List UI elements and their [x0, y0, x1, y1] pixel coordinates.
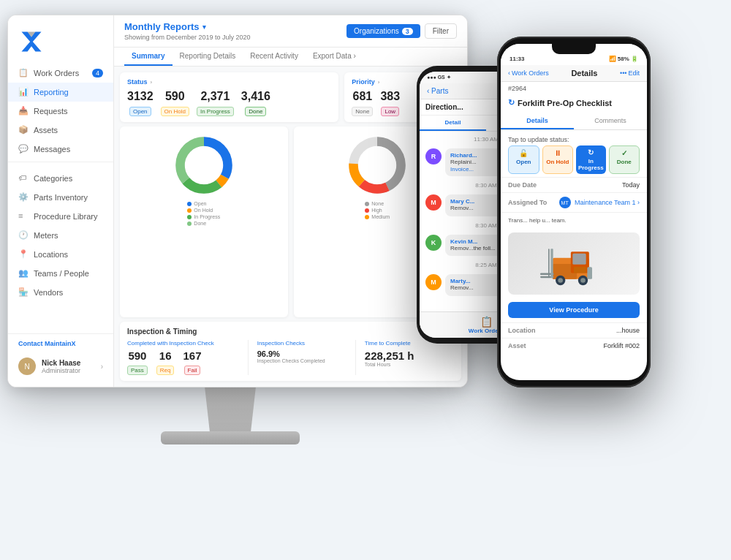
sidebar-item-parts-inventory[interactable]: ⚙️ Parts Inventory	[8, 188, 113, 207]
stat-hold-label: On Hold	[161, 107, 189, 116]
stat-done-value: 3,416	[241, 90, 270, 103]
sidebar-item-teams-people[interactable]: 👥 Teams / People	[8, 264, 113, 283]
nav-label: Assets	[34, 126, 58, 135]
inbox-icon: 📥	[18, 106, 29, 116]
stat-none: 681 None	[352, 90, 373, 116]
phone2-header: ‹ Work Orders Details ••• Edit	[501, 65, 647, 82]
sidebar-item-messages[interactable]: 💬 Messages	[8, 140, 113, 159]
location-label: Location	[508, 327, 536, 334]
avatar-mary: M	[425, 194, 442, 211]
phone2-time: 11:33	[510, 56, 524, 62]
status-update-label: Tap to update status:	[501, 133, 647, 145]
status-header: Status ›	[127, 78, 331, 86]
nav-label: Procedure Library	[34, 212, 97, 221]
scene: 📋 Work Orders 4 📊 Reporting 📥 Requests	[0, 0, 731, 560]
status-hold-button[interactable]: ⏸ On Hold	[542, 145, 574, 174]
due-date-label: Due Date	[508, 181, 537, 189]
asset-field: Asset Forklift #002	[501, 338, 647, 353]
assigned-value[interactable]: MT Maintenance Team 1 ›	[559, 197, 640, 208]
edit-label: Edit	[628, 69, 640, 77]
inspection-pct-label: Inspection Checks	[257, 340, 346, 347]
chevron-right-icon: ›	[101, 363, 103, 371]
inspection-completed: Completed with Inspection Check 590 Pass…	[127, 340, 239, 375]
nav-label: Reporting	[34, 88, 69, 97]
team-icon: 👥	[18, 268, 29, 279]
sidebar-user: N Nick Haase Administrator ›	[8, 353, 113, 379]
stat-open-label: Open	[129, 107, 151, 116]
total-label: Total Hours	[365, 362, 454, 367]
tab-details[interactable]: Details	[501, 113, 574, 129]
sidebar-item-locations[interactable]: 📍 Locations	[8, 245, 113, 264]
svg-rect-22	[574, 267, 586, 273]
avatar-kevin: K	[425, 235, 442, 251]
sync-icon: ↻	[508, 98, 515, 107]
organizations-button[interactable]: Organizations 3	[346, 24, 420, 38]
priority-legend: None High Medium	[365, 201, 390, 219]
vendor-icon: 🏪	[18, 287, 29, 298]
status-label: Status	[127, 78, 148, 86]
status-progress-button[interactable]: ↻ In Progress	[576, 145, 606, 174]
detail-tab[interactable]: Detail	[420, 116, 486, 131]
clipboard-icon: 📋	[18, 68, 29, 78]
chevron-right-icon: ›	[151, 79, 153, 86]
contact-maintainx[interactable]: Contact MaintainX	[8, 333, 113, 353]
insp-pass: 590 Pass	[127, 349, 148, 375]
svg-rect-16	[548, 249, 550, 278]
inspection-percentage: Inspection Checks 96.9% Inspection Check…	[248, 340, 346, 375]
chart-legend: Open On Hold In Progress Done	[187, 201, 220, 226]
inspection-sections: Completed with Inspection Check 590 Pass…	[127, 340, 454, 375]
nav-label: Teams / People	[34, 269, 89, 278]
tab-summary[interactable]: Summary	[124, 48, 173, 66]
status-donut	[171, 132, 237, 198]
stat-progress: 2,371 In Progress	[197, 90, 234, 116]
sidebar-item-categories[interactable]: 🏷 Categories	[8, 169, 113, 188]
logo	[8, 23, 113, 64]
topbar: Monthly Reports ▾ Showing from December …	[114, 15, 467, 48]
tab-export-data[interactable]: Export Data ›	[306, 48, 363, 66]
status-open-button[interactable]: 🔓 Open	[508, 145, 539, 174]
tab-recent-activity[interactable]: Recent Activity	[243, 48, 306, 66]
tab-reporting-details[interactable]: Reporting Details	[173, 48, 243, 66]
phone2-battery: 📶 58% 🔋	[609, 56, 638, 62]
user-role: Administrator	[42, 367, 95, 374]
assigned-label: Assigned To	[508, 199, 547, 206]
status-done-button[interactable]: ✓ Done	[609, 145, 640, 174]
phone2-screen: 11:33 📶 58% 🔋 ‹ Work Orders Details ••• …	[501, 44, 647, 380]
sidebar-item-reporting[interactable]: 📊 Reporting	[8, 83, 113, 102]
more-edit-button[interactable]: ••• Edit	[620, 69, 640, 77]
back-icon[interactable]: ‹ Parts	[427, 87, 448, 95]
description-text: Trans... help u... team.	[501, 212, 647, 228]
stat-open: 3132 Open	[127, 90, 154, 116]
forklift-image	[508, 232, 640, 295]
inspection-stats: 590 Pass 16 Req 167 Fail	[127, 349, 239, 375]
sidebar-item-meters[interactable]: 🕐 Meters	[8, 226, 113, 245]
phone1-time: ●●● GS ✦	[427, 75, 451, 80]
sidebar-item-work-orders[interactable]: 📋 Work Orders 4	[8, 64, 113, 83]
tab-comments[interactable]: Comments	[574, 113, 647, 129]
report-title: Monthly Reports ▾	[124, 21, 251, 32]
monitor-base	[161, 431, 300, 444]
work-orders-back-button[interactable]: ‹ Work Orders	[508, 69, 549, 77]
more-icon: •••	[620, 69, 626, 77]
view-procedure-button[interactable]: View Procedure	[508, 302, 640, 318]
sidebar-item-vendors[interactable]: 🏪 Vendors	[8, 283, 113, 302]
avatar-marty: M	[425, 274, 442, 290]
list-icon: ≡	[18, 211, 29, 222]
status-buttons-row: 🔓 Open ⏸ On Hold ↻ In Progress ✓ Done	[501, 145, 647, 177]
svg-point-18	[558, 278, 563, 283]
topbar-actions: Organizations 3 Filter	[346, 23, 457, 39]
avatar-richard: R	[425, 148, 442, 164]
back-label: Work Orders	[512, 69, 549, 77]
sidebar-item-assets[interactable]: 📦 Assets	[8, 121, 113, 140]
svg-rect-21	[587, 267, 592, 279]
inspection-card: Inspection & Timing Completed with Inspe…	[120, 322, 461, 381]
sidebar-item-requests[interactable]: 📥 Requests	[8, 102, 113, 121]
stat-hold-value: 590	[161, 90, 189, 103]
inspection-title: Inspection & Timing	[127, 328, 454, 336]
phone2-page-title: Details	[571, 69, 597, 77]
sidebar-item-procedure-library[interactable]: ≡ Procedure Library	[8, 207, 113, 226]
filter-button[interactable]: Filter	[425, 23, 457, 39]
nav-label: Work Orders	[34, 69, 79, 77]
bottom-fields: Location ...house Asset Forklift #002	[501, 321, 647, 355]
stat-open-value: 3132	[127, 90, 154, 103]
